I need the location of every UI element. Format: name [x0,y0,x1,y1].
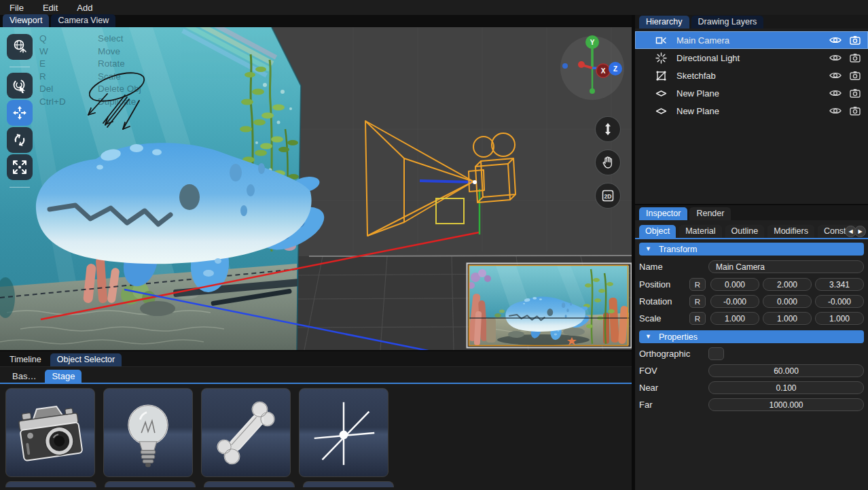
orthographic-checkbox[interactable] [708,347,724,360]
scale-z-input[interactable]: 1.000 [815,312,864,325]
camera-preview[interactable] [467,264,632,348]
toolbar-divider [10,67,30,67]
asset-light[interactable] [103,388,193,477]
reset-scale-button[interactable]: R [689,312,706,325]
hierarchy-item-directional-light[interactable]: Directional Light [635,49,868,67]
asset-card-partial[interactable] [5,481,96,487]
axes-asset-icon [304,393,384,473]
render-camera-icon[interactable] [849,53,861,63]
rotation-z-input[interactable]: -0.000 [815,295,864,308]
shortcut-action: Select [98,33,141,46]
asset-card-partial[interactable] [105,481,196,487]
scale-label: Scale [639,313,689,323]
reset-position-button[interactable]: R [689,278,706,291]
tab-viewport[interactable]: Viewport [3,14,49,27]
gizmo-axis-x-dot[interactable] [578,61,585,68]
gizmo-axis-neg-x[interactable]: X [596,64,610,77]
app-window: File Edit Add Viewport Camera View [0,0,868,490]
tab-drawing-layers[interactable]: Drawing Layers [691,16,764,29]
tab-timeline[interactable]: Timeline [3,353,48,366]
hierarchy-item-new-plane-1[interactable]: New Plane [635,84,868,102]
render-camera-icon[interactable] [849,88,861,98]
tab-stage[interactable]: Stage [45,370,82,383]
zoom-view-button[interactable] [595,116,621,142]
asset-card-partial[interactable] [204,481,295,487]
directional-light-type-icon [655,52,667,64]
gizmo-axis-neg-z[interactable] [562,63,568,69]
visibility-eye-icon[interactable] [829,71,842,80]
tab-hierarchy[interactable]: Hierarchy [639,16,689,29]
position-x-input[interactable]: 0.000 [710,278,759,291]
asset-camera[interactable] [5,388,95,477]
collapse-arrow-icon: ▼ [645,246,651,252]
move-tool-button[interactable] [7,100,33,126]
tab-render[interactable]: Render [689,207,731,220]
subtab-outline[interactable]: Outline [725,225,765,238]
gizmo-axis-neg-y[interactable] [590,88,595,94]
hierarchy-item-new-plane-2[interactable]: New Plane [635,102,868,120]
shortcut-key: R [39,71,98,84]
hierarchy-item-sketchfab[interactable]: Sketchfab [635,67,868,84]
position-y-input[interactable]: 2.000 [763,278,812,291]
rotation-y-input[interactable]: 0.000 [763,295,812,308]
bottom-panel: Timeline Object Selector Bas… Stage [0,350,632,490]
hierarchy-item-label: New Plane [676,88,822,99]
tab-object-selector[interactable]: Object Selector [50,353,122,366]
tab-camera-view[interactable]: Camera View [51,14,115,27]
subtab-material[interactable]: Material [679,225,721,238]
render-camera-icon[interactable] [849,71,861,80]
shortcut-key: W [39,46,98,58]
scale-tool-button[interactable] [7,154,33,180]
shortcut-key: Ctrl+D [39,96,98,109]
inspector-tab-bar: Inspector Render [635,205,868,220]
properties-form: Orthographic FOV 60.000 Near 0.100 Far 1… [635,345,868,413]
menu-add[interactable]: Add [77,3,92,13]
svg-text:2D: 2D [604,193,612,200]
properties-section-header[interactable]: ▼ Properties [639,330,864,343]
fov-row: FOV 60.000 [639,362,864,379]
fov-label: FOV [639,366,708,376]
visibility-eye-icon[interactable] [829,106,842,116]
camera-forward-axis [420,181,473,182]
scale-y-input[interactable]: 1.000 [763,312,812,325]
reset-rotation-button[interactable]: R [689,295,706,308]
pan-view-button[interactable] [595,150,621,175]
hierarchy-item-main-camera[interactable]: Main Camera [635,31,868,49]
tab-basic[interactable]: Bas… [5,370,43,383]
asset-card-partial[interactable] [303,481,394,487]
scroll-right-icon[interactable]: ▶ [854,226,866,237]
scale-x-input[interactable]: 1.000 [710,312,759,325]
hierarchy-item-label: Sketchfab [676,71,822,81]
tab-inspector[interactable]: Inspector [639,207,687,220]
near-input[interactable]: 0.100 [708,381,864,394]
visibility-eye-icon[interactable] [829,88,842,98]
select-tool-button[interactable] [7,73,33,99]
menu-file[interactable]: File [10,3,24,13]
subtab-object[interactable]: Object [639,225,676,238]
gizmo-axis-z[interactable]: Z [609,62,622,75]
name-input[interactable]: Main Camera [708,260,864,273]
view-controls: 2D [595,116,621,216]
gizmo-orientation-button[interactable] [7,34,33,60]
far-input[interactable]: 1000.000 [708,398,864,411]
visibility-eye-icon[interactable] [829,35,842,45]
visibility-eye-icon[interactable] [829,53,842,63]
inspector-panel: Inspector Render Object Material Outline… [635,204,868,490]
fov-input[interactable]: 60.000 [708,364,864,377]
subtab-modifiers[interactable]: Modifiers [767,225,814,238]
mesh-type-icon [655,70,667,82]
transform-section-header[interactable]: ▼ Transform [639,243,864,256]
mode-2d-button[interactable]: 2D [595,183,621,209]
rotate-tool-button[interactable] [7,127,33,153]
position-z-input[interactable]: 3.341 [815,278,864,291]
asset-bone[interactable] [201,388,291,477]
render-camera-icon[interactable] [849,35,861,45]
viewport-canvas[interactable]: X Y Z QSelect WMov [0,27,632,350]
hierarchy-list: Main Camera [635,29,868,204]
menu-edit[interactable]: Edit [43,3,58,13]
gizmo-axis-y[interactable]: Y [585,35,599,49]
asset-empty-axes[interactable] [299,388,388,477]
shortcut-action: Rotate [98,58,141,71]
render-camera-icon[interactable] [849,106,861,116]
rotation-x-input[interactable]: -0.000 [710,295,759,308]
